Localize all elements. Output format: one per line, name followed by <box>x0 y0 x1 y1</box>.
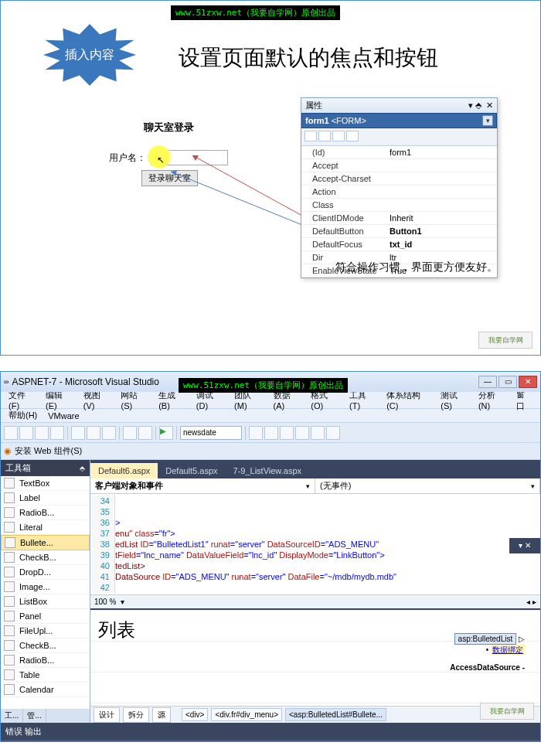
toolbox-item[interactable]: Label <box>1 491 90 506</box>
tool-icon[interactable] <box>311 426 325 440</box>
toolbox-item[interactable]: Panel <box>1 609 90 624</box>
categorized-icon[interactable] <box>305 131 317 141</box>
selector-type: <FORM> <box>332 116 366 125</box>
toolbox-item-label: Literal <box>19 523 43 532</box>
alpha-icon[interactable] <box>318 131 331 141</box>
smart-arrow-icon[interactable]: ▷ <box>519 635 525 643</box>
tool-icon[interactable] <box>295 426 309 440</box>
toolbox-item-label: ListBox <box>19 597 47 606</box>
code-body[interactable]: > enu" class="fr"> edList ID="BulletedLi… <box>115 495 539 593</box>
design-tab[interactable]: 设计 <box>94 707 120 723</box>
close-button[interactable]: ✕ <box>519 376 537 388</box>
selector-obj: form1 <box>305 116 329 125</box>
property-row[interactable]: DefaultFocustxt_id <box>301 238 497 251</box>
new-icon[interactable] <box>4 426 18 440</box>
chevron-down-icon[interactable]: ▾ <box>482 115 493 126</box>
breadcrumb[interactable]: <div> <box>182 708 208 721</box>
toolbox-item[interactable]: FileUpl... <box>1 624 90 639</box>
chevron-down-icon: ▾ <box>306 482 310 490</box>
toolbox-bottom-tabs: 工... 管... <box>1 709 90 723</box>
databind-link[interactable]: 数据绑定 <box>491 645 525 655</box>
toolbox-tab[interactable]: 工... <box>1 709 23 723</box>
config-combo[interactable]: newsdate <box>180 426 242 440</box>
menu-item[interactable]: 帮助(H) <box>4 408 42 423</box>
property-row[interactable]: Accept-Charset <box>301 172 497 186</box>
toolbox-item[interactable]: TextBox <box>1 476 90 491</box>
tool-icon[interactable] <box>264 426 278 440</box>
zoom-level[interactable]: 100 % <box>94 598 116 606</box>
undo-icon[interactable] <box>123 426 137 440</box>
error-output-bar[interactable]: 错误 输出 <box>1 723 540 740</box>
chevron-down-icon[interactable]: ▾ <box>121 598 124 606</box>
toolbox-tab[interactable]: 管... <box>23 709 46 723</box>
control-icon <box>4 625 15 636</box>
tool-icon[interactable] <box>249 426 263 440</box>
start-debug-icon[interactable]: ▶ <box>159 426 173 440</box>
code-editor[interactable]: 343536373839404142 > enu" class="fr"> ed… <box>90 494 540 594</box>
file-tab[interactable]: Default6.aspx <box>90 463 158 478</box>
toolbox-item[interactable]: RadioB... <box>1 506 90 520</box>
breadcrumb[interactable]: <asp:BulletedList#Bullete... <box>285 708 386 721</box>
event-dropdown[interactable]: (无事件)▾ <box>315 478 540 493</box>
property-row[interactable]: Accept <box>301 159 497 172</box>
minimize-button[interactable]: — <box>478 376 497 388</box>
toolbox-item[interactable]: CheckB... <box>1 550 90 565</box>
tool-icon[interactable] <box>280 426 294 440</box>
maximize-button[interactable]: ▭ <box>498 376 517 388</box>
status-ins: Ins <box>515 741 536 742</box>
toolbox-items: TextBoxLabelRadioB...LiteralBullete...Ch… <box>1 476 90 709</box>
toolbox-item[interactable]: DropD... <box>1 565 90 580</box>
login-form: 聊天室登录 用户名： ↖ 登录聊天室 <box>109 121 228 186</box>
cut-icon[interactable] <box>71 426 85 440</box>
property-row[interactable]: DefaultButtonButton1 <box>301 225 497 238</box>
breadcrumb[interactable]: <div.fr#div_menu> <box>211 708 282 721</box>
tool-icon[interactable] <box>326 426 340 440</box>
pin-icon[interactable]: ▾ ⬘ <box>468 100 481 111</box>
toolbox-header: 工具箱 ⬘ <box>1 460 90 476</box>
toolbox-item[interactable]: Calendar <box>1 683 90 697</box>
save-all-icon[interactable] <box>50 426 64 440</box>
login-button[interactable]: 登录聊天室 <box>141 170 198 186</box>
property-row[interactable]: (Id)form1 <box>301 146 497 159</box>
object-dropdown[interactable]: 客户端对象和事件▾ <box>90 478 315 493</box>
toolbox-item[interactable]: Bullete... <box>1 535 90 550</box>
close-icon[interactable]: ✕ <box>486 100 493 111</box>
control-icon <box>4 684 15 695</box>
file-tab[interactable]: 7-9_ListView.aspx <box>226 463 309 478</box>
toolbox-item[interactable]: RadioB... <box>1 653 90 668</box>
object-selector[interactable]: form1 <FORM> ▾ <box>301 113 497 128</box>
right-side-prop[interactable]: ▾ ✕ <box>509 538 540 553</box>
property-row[interactable]: ClientIDModeInherit <box>301 212 497 225</box>
toolbox-item[interactable]: Literal <box>1 520 90 535</box>
obj-right-text: (无事件) <box>320 480 351 492</box>
control-icon <box>4 611 15 621</box>
toolbox-item[interactable]: CheckB... <box>1 639 90 653</box>
redo-icon[interactable] <box>138 426 152 440</box>
toolbox-item[interactable]: Image... <box>1 580 90 594</box>
source-tab[interactable]: 源 <box>152 707 171 723</box>
toolbox-item-label: FileUpl... <box>19 626 53 635</box>
toolbox-item[interactable]: ListBox <box>1 594 90 609</box>
file-tab[interactable]: Default5.aspx <box>158 463 225 478</box>
control-icon <box>5 537 15 548</box>
control-icon <box>4 492 15 503</box>
pin-icon[interactable]: ⬘ <box>80 465 85 472</box>
design-surface[interactable]: 列表 asp:BulletedList ▷ • 数据绑定 AccessDataS… <box>90 608 540 706</box>
web-icon: ◉ <box>4 446 12 456</box>
install-web-label[interactable]: 安装 Web 组件(S) <box>15 445 82 457</box>
toolbox-item[interactable]: Table <box>1 668 90 683</box>
paste-icon[interactable] <box>102 426 116 440</box>
save-icon[interactable] <box>35 426 49 440</box>
status-line: 行 39 <box>213 742 233 743</box>
events-icon[interactable] <box>346 131 359 141</box>
control-tag[interactable]: asp:BulletedList <box>454 633 517 645</box>
prop-value <box>386 160 497 171</box>
split-tab[interactable]: 拆分 <box>123 707 149 723</box>
props-icon[interactable] <box>332 131 345 141</box>
copy-icon[interactable] <box>87 426 100 440</box>
property-row[interactable]: Class <box>301 199 497 212</box>
open-icon[interactable] <box>19 426 33 440</box>
property-row[interactable]: Action <box>301 186 497 199</box>
menu-item[interactable]: VMware <box>43 410 83 422</box>
control-icon <box>4 552 15 563</box>
